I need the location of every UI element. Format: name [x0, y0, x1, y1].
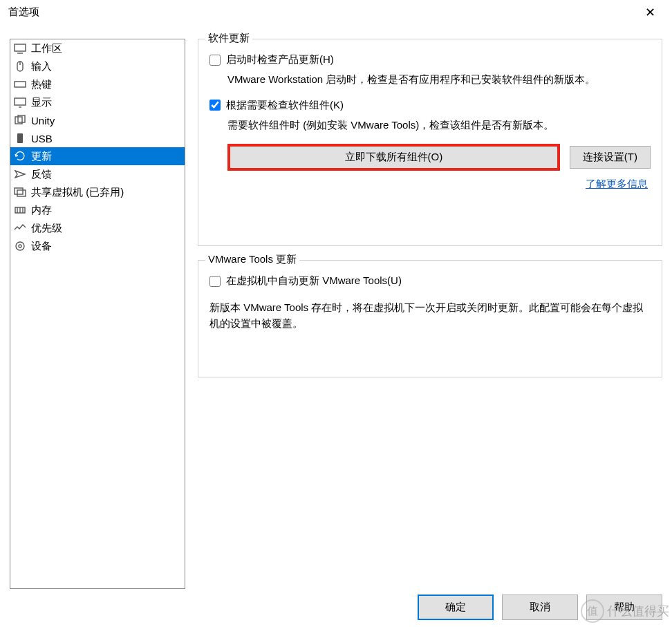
sidebar-item-label: 输入 — [31, 60, 52, 73]
sidebar-item-label: 优先级 — [31, 222, 62, 235]
check-components-checkbox[interactable] — [209, 100, 221, 111]
connection-settings-button[interactable]: 连接设置(T) — [570, 146, 651, 169]
svg-rect-9 — [15, 98, 26, 105]
sidebar-item-shared-vm[interactable]: 共享虚拟机 (已弃用) — [10, 183, 185, 201]
sidebar-item-hotkeys[interactable]: 热键 — [10, 75, 185, 93]
download-button-row: 立即下载所有组件(O) 连接设置(T) — [227, 144, 651, 171]
usb-icon — [13, 131, 27, 145]
svg-point-21 — [19, 245, 21, 247]
tools-update-desc: 新版本 VMware Tools 存在时，将在虚拟机下一次开启或关闭时更新。此配… — [209, 300, 651, 331]
sidebar-item-label: 更新 — [31, 150, 52, 163]
svg-point-20 — [16, 242, 24, 250]
auto-update-label[interactable]: 在虚拟机中自动更新 VMware Tools(U) — [226, 274, 402, 288]
cancel-button[interactable]: 取消 — [502, 595, 578, 620]
learn-more-link[interactable]: 了解更多信息 — [586, 178, 648, 189]
sidebar-item-label: Unity — [31, 115, 55, 127]
close-icon[interactable]: ✕ — [636, 0, 664, 25]
svg-rect-15 — [17, 190, 26, 196]
sidebar-item-memory[interactable]: 内存 — [10, 201, 185, 219]
software-updates-group: 软件更新 启动时检查产品更新(H) VMware Workstation 启动时… — [198, 39, 662, 246]
download-all-button[interactable]: 立即下载所有组件(O) — [227, 144, 560, 171]
svg-rect-4 — [15, 82, 26, 87]
sidebar-item-label: USB — [31, 133, 53, 144]
sidebar-item-usb[interactable]: USB — [10, 129, 185, 147]
check-components-row: 根据需要检查软件组件(K) — [209, 99, 651, 112]
check-startup-row: 启动时检查产品更新(H) — [209, 53, 651, 66]
auto-update-checkbox[interactable] — [209, 276, 221, 287]
update-icon — [13, 149, 27, 163]
sidebar-item-display[interactable]: 显示 — [10, 93, 185, 111]
memory-icon — [13, 203, 27, 217]
sidebar-item-input[interactable]: 输入 — [10, 57, 185, 75]
learn-more-row: 了解更多信息 — [209, 178, 648, 191]
priority-icon — [13, 221, 27, 235]
svg-rect-13 — [17, 133, 23, 143]
check-startup-checkbox[interactable] — [209, 55, 221, 66]
sidebar-item-priority[interactable]: 优先级 — [10, 219, 185, 237]
help-button[interactable]: 帮助 — [586, 595, 662, 620]
sidebar-item-label: 设备 — [31, 240, 52, 253]
unity-icon — [13, 113, 27, 127]
tools-updates-group: VMware Tools 更新 在虚拟机中自动更新 VMware Tools(U… — [198, 260, 662, 377]
window-title: 首选项 — [8, 6, 39, 19]
check-startup-desc: VMware Workstation 启动时，检查是否有应用程序和已安装软件组件… — [227, 72, 651, 88]
sidebar: 工作区 输入 热键 显示 Unity USB 更新 反馈 — [10, 39, 185, 589]
check-components-desc: 需要软件组件时 (例如安装 VMware Tools)，检查该组件是否有新版本。 — [227, 118, 651, 133]
sidebar-item-unity[interactable]: Unity — [10, 111, 185, 129]
display-icon — [13, 95, 27, 109]
sidebar-item-feedback[interactable]: 反馈 — [10, 165, 185, 183]
keyboard-icon — [13, 77, 27, 91]
group-legend: 软件更新 — [205, 32, 252, 45]
workspace-icon — [13, 41, 27, 55]
group-legend: VMware Tools 更新 — [205, 253, 299, 266]
ok-button[interactable]: 确定 — [418, 595, 494, 620]
shared-vm-icon — [13, 185, 27, 199]
dialog-buttons: 确定 取消 帮助 — [418, 595, 662, 620]
check-components-label[interactable]: 根据需要检查软件组件(K) — [226, 99, 344, 112]
sidebar-item-label: 反馈 — [31, 168, 52, 181]
devices-icon — [13, 239, 27, 253]
sidebar-item-devices[interactable]: 设备 — [10, 237, 185, 255]
titlebar: 首选项 ✕ — [0, 0, 672, 25]
svg-rect-0 — [15, 44, 26, 51]
auto-update-row: 在虚拟机中自动更新 VMware Tools(U) — [209, 274, 651, 288]
feedback-icon — [13, 167, 27, 181]
sidebar-item-label: 工作区 — [31, 42, 62, 55]
check-startup-label[interactable]: 启动时检查产品更新(H) — [226, 53, 334, 66]
content-area: 工作区 输入 热键 显示 Unity USB 更新 反馈 — [0, 25, 672, 585]
main-panel: 软件更新 启动时检查产品更新(H) VMware Workstation 启动时… — [198, 39, 662, 585]
sidebar-item-label: 共享虚拟机 (已弃用) — [31, 186, 124, 199]
sidebar-item-label: 显示 — [31, 96, 52, 109]
mouse-icon — [13, 59, 27, 73]
sidebar-item-update[interactable]: 更新 — [10, 147, 185, 165]
sidebar-item-label: 热键 — [31, 78, 52, 91]
sidebar-item-workspace[interactable]: 工作区 — [10, 39, 185, 57]
sidebar-item-label: 内存 — [31, 204, 52, 217]
svg-rect-14 — [15, 188, 23, 194]
